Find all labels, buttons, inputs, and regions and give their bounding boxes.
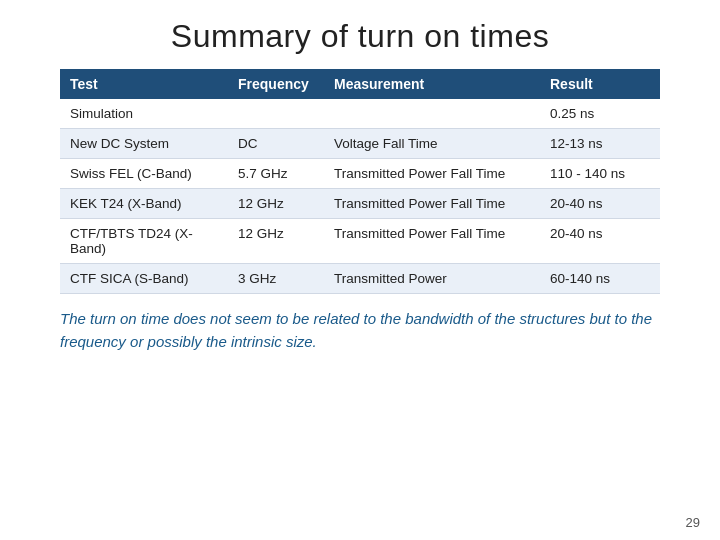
cell-frequency: 3 GHz xyxy=(228,264,324,294)
table-header-row: Test Frequency Measurement Result xyxy=(60,69,660,99)
header-result: Result xyxy=(540,69,660,99)
cell-result: 20-40 ns xyxy=(540,219,660,264)
table-row: KEK T24 (X-Band)12 GHzTransmitted Power … xyxy=(60,189,660,219)
cell-measurement xyxy=(324,99,540,129)
table-row: CTF SICA (S-Band)3 GHzTransmitted Power6… xyxy=(60,264,660,294)
cell-frequency: 12 GHz xyxy=(228,189,324,219)
header-test: Test xyxy=(60,69,228,99)
cell-test: CTF/TBTS TD24 (X-Band) xyxy=(60,219,228,264)
cell-test: CTF SICA (S-Band) xyxy=(60,264,228,294)
cell-result: 60-140 ns xyxy=(540,264,660,294)
table-row: Simulation0.25 ns xyxy=(60,99,660,129)
cell-frequency: 12 GHz xyxy=(228,219,324,264)
cell-measurement: Transmitted Power xyxy=(324,264,540,294)
cell-test: Simulation xyxy=(60,99,228,129)
cell-test: New DC System xyxy=(60,129,228,159)
cell-frequency: 5.7 GHz xyxy=(228,159,324,189)
table-row: New DC SystemDCVoltage Fall Time12-13 ns xyxy=(60,129,660,159)
table-row: Swiss FEL (C-Band)5.7 GHzTransmitted Pow… xyxy=(60,159,660,189)
cell-result: 20-40 ns xyxy=(540,189,660,219)
cell-result: 0.25 ns xyxy=(540,99,660,129)
cell-frequency: DC xyxy=(228,129,324,159)
cell-measurement: Transmitted Power Fall Time xyxy=(324,159,540,189)
header-measurement: Measurement xyxy=(324,69,540,99)
cell-frequency xyxy=(228,99,324,129)
footer-text: The turn on time does not seem to be rel… xyxy=(60,308,660,353)
page-title: Summary of turn on times xyxy=(0,0,720,69)
cell-measurement: Transmitted Power Fall Time xyxy=(324,219,540,264)
table-row: CTF/TBTS TD24 (X-Band)12 GHzTransmitted … xyxy=(60,219,660,264)
summary-table: Test Frequency Measurement Result Simula… xyxy=(60,69,660,294)
table-wrapper: Test Frequency Measurement Result Simula… xyxy=(60,69,660,294)
page-number: 29 xyxy=(686,515,700,530)
header-frequency: Frequency xyxy=(228,69,324,99)
cell-test: Swiss FEL (C-Band) xyxy=(60,159,228,189)
cell-result: 12-13 ns xyxy=(540,129,660,159)
cell-measurement: Transmitted Power Fall Time xyxy=(324,189,540,219)
cell-measurement: Voltage Fall Time xyxy=(324,129,540,159)
cell-result: 110 - 140 ns xyxy=(540,159,660,189)
cell-test: KEK T24 (X-Band) xyxy=(60,189,228,219)
